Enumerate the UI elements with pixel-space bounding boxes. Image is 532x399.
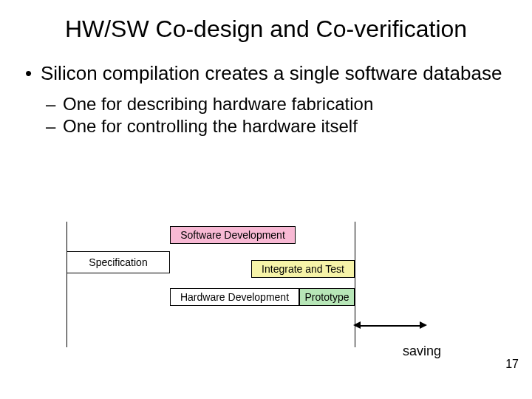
saving-arrow-right-icon [420, 321, 427, 329]
process-diagram: Specification Software Development Integ… [66, 222, 466, 369]
bullet-sub-2: One for controlling the hardware itself [22, 115, 510, 137]
prototype-box: Prototype [299, 288, 355, 306]
saving-arrow-line [358, 325, 421, 327]
saving-arrow-left-icon [353, 321, 361, 329]
hardware-dev-box: Hardware Development [170, 288, 299, 306]
timeline-start-line [66, 222, 67, 347]
integrate-test-label: Integrate and Test [262, 263, 344, 275]
specification-label: Specification [89, 256, 147, 268]
software-dev-box: Software Development [170, 226, 296, 244]
bullet-main: Silicon compilation creates a single sof… [22, 61, 510, 86]
slide-title: HW/SW Co-design and Co-verification [0, 0, 532, 50]
saving-label: saving [403, 344, 441, 359]
hardware-dev-label: Hardware Development [180, 291, 289, 303]
integrate-test-box: Integrate and Test [251, 260, 355, 278]
software-dev-label: Software Development [180, 229, 285, 241]
slide-content: Silicon compilation creates a single sof… [0, 50, 532, 137]
page-number: 17 [505, 358, 519, 371]
specification-box: Specification [66, 251, 170, 273]
bullet-sub-1: One for describing hardware fabrication [22, 93, 510, 115]
prototype-label: Prototype [305, 291, 349, 303]
